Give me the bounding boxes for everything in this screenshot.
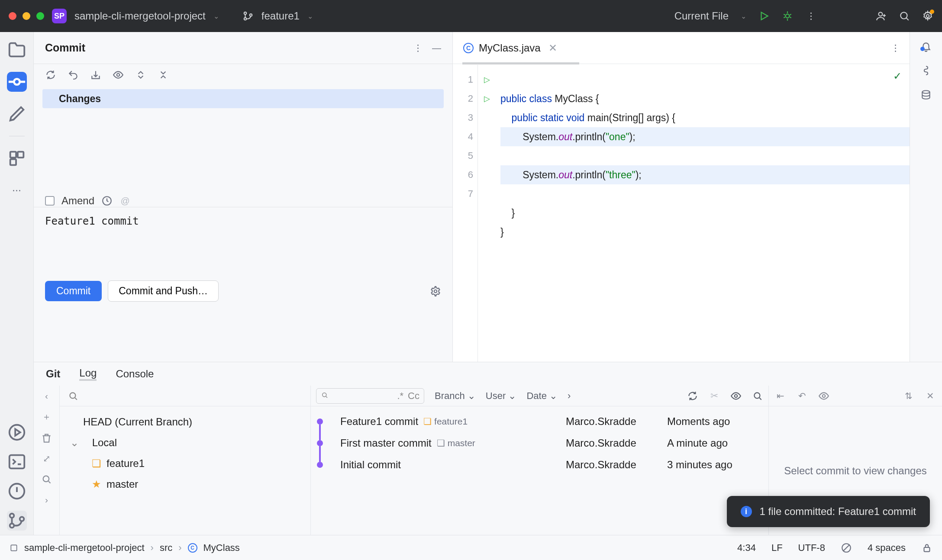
search-icon[interactable]: [752, 390, 763, 402]
window-controls: [9, 12, 44, 20]
rollback-icon[interactable]: [68, 69, 79, 80]
expand-icon[interactable]: ⇅: [903, 390, 914, 402]
project-name[interactable]: sample-cli-mergetool-project: [74, 10, 206, 22]
commit-settings-icon[interactable]: [430, 286, 441, 297]
forward-icon[interactable]: ›: [45, 495, 48, 505]
statusbar: sample-cli-mergetool-project › src › C M…: [0, 535, 942, 560]
breadcrumb-root[interactable]: sample-cli-mergetool-project: [24, 542, 145, 554]
class-file-icon: C: [188, 543, 197, 553]
fetch-icon[interactable]: ⤢: [43, 454, 51, 464]
readonly-icon[interactable]: [841, 542, 852, 554]
branch-filter[interactable]: Branch ⌄: [435, 390, 475, 402]
commit-row[interactable]: First master commit❏master Marco.Skradde…: [311, 432, 768, 454]
cherry-pick-icon[interactable]: ✂: [709, 390, 720, 402]
debug-icon[interactable]: [782, 10, 793, 22]
emoji-icon[interactable]: @: [119, 195, 131, 206]
chevron-down-icon[interactable]: ⌄: [307, 12, 313, 20]
minimize-window[interactable]: [23, 12, 30, 20]
commit-and-push-button[interactable]: Commit and Push…: [108, 280, 219, 302]
indent-info[interactable]: 4 spaces: [868, 542, 906, 554]
project-tool-icon[interactable]: [7, 40, 27, 60]
problems-tool-icon[interactable]: [7, 481, 27, 501]
branch-item[interactable]: ❏feature1: [70, 453, 300, 474]
file-encoding[interactable]: UTF-8: [798, 542, 825, 554]
run-icon[interactable]: [758, 10, 770, 22]
breadcrumb-src[interactable]: src: [160, 542, 172, 554]
eye-icon[interactable]: [730, 390, 742, 402]
structure-tool-icon[interactable]: [7, 148, 27, 168]
amend-checkbox[interactable]: [45, 196, 55, 206]
ai-icon[interactable]: [920, 65, 932, 76]
svg-point-25: [754, 393, 760, 398]
regex-toggle[interactable]: .*: [397, 390, 403, 402]
run-tool-icon[interactable]: [7, 422, 27, 442]
branch-name[interactable]: feature1: [261, 10, 300, 22]
compare-icon[interactable]: ⇤: [775, 390, 786, 402]
caret-position[interactable]: 4:34: [737, 542, 756, 554]
graph-node-icon: [317, 418, 323, 425]
refresh-icon[interactable]: [687, 390, 698, 402]
chevron-down-icon[interactable]: ⌄: [741, 12, 746, 20]
revert-icon[interactable]: ↶: [797, 390, 808, 402]
expand-icon[interactable]: [135, 69, 146, 80]
user-filter[interactable]: User ⌄: [486, 390, 516, 402]
search-icon[interactable]: [899, 10, 910, 22]
refresh-icon[interactable]: [45, 69, 56, 80]
find-icon[interactable]: [41, 473, 52, 485]
tab-console[interactable]: Console: [116, 368, 154, 380]
tab-git[interactable]: Git: [46, 368, 60, 380]
close-tab-icon[interactable]: ✕: [548, 42, 557, 54]
lock-icon[interactable]: [921, 542, 932, 554]
head-branch-label[interactable]: HEAD (Current Branch): [70, 412, 300, 432]
close-window[interactable]: [9, 12, 16, 20]
breadcrumb-file[interactable]: MyClass: [203, 542, 240, 554]
check-icon: ✓: [893, 70, 902, 82]
add-icon[interactable]: ＋: [42, 411, 51, 423]
commit-tool-icon[interactable]: [7, 72, 27, 92]
minimize-icon[interactable]: —: [432, 43, 441, 53]
history-icon[interactable]: [101, 195, 113, 206]
graph-node-icon: [317, 440, 323, 446]
tab-more-icon[interactable]: ⋮: [891, 43, 910, 53]
eye-icon[interactable]: [113, 69, 124, 80]
shelve-icon[interactable]: [90, 69, 101, 80]
branch-item[interactable]: ★master: [70, 474, 300, 495]
log-search-input[interactable]: .* Cc: [316, 388, 424, 404]
commit-button[interactable]: Commit: [45, 281, 102, 301]
vcs-tool-icon[interactable]: [7, 511, 27, 531]
back-icon[interactable]: ‹: [45, 391, 48, 401]
eye-icon[interactable]: [818, 390, 829, 402]
local-group[interactable]: ⌄ Local: [70, 432, 300, 453]
collaborate-icon[interactable]: [875, 10, 887, 22]
edit-tool-icon[interactable]: [7, 104, 27, 124]
commit-row[interactable]: Feature1 commit❏feature1 Marco.Skradde M…: [311, 411, 768, 432]
run-gutter[interactable]: ▷▷: [478, 64, 496, 362]
date-filter[interactable]: Date ⌄: [526, 390, 557, 402]
notification-toast[interactable]: i 1 file committed: Feature1 commit: [727, 496, 930, 527]
code-editor[interactable]: 1234567 ▷▷ public class MyClass { public…: [453, 64, 910, 362]
editor-tab[interactable]: C MyClass.java ✕: [453, 32, 568, 64]
zoom-window[interactable]: [36, 12, 44, 20]
commit-message-input[interactable]: Feature1 commit: [34, 207, 452, 280]
more-filters-icon[interactable]: ›: [568, 390, 571, 402]
settings-icon[interactable]: [922, 10, 933, 22]
more-icon[interactable]: ⋮: [805, 10, 816, 22]
line-separator[interactable]: LF: [771, 542, 783, 554]
svg-rect-12: [9, 455, 24, 469]
case-toggle[interactable]: Cc: [408, 390, 419, 402]
run-config-selector[interactable]: Current File: [674, 10, 729, 22]
commit-row[interactable]: Initial commit Marco.Skradde 3 minutes a…: [311, 454, 768, 476]
more-icon[interactable]: ⋮: [413, 43, 423, 53]
tab-log[interactable]: Log: [79, 367, 97, 381]
search-icon[interactable]: [68, 390, 79, 402]
more-tool-icon[interactable]: ⋯: [7, 180, 27, 200]
delete-icon[interactable]: [41, 432, 52, 444]
close-icon[interactable]: ✕: [925, 390, 936, 402]
database-icon[interactable]: [920, 89, 932, 100]
changes-node[interactable]: Changes: [42, 89, 444, 108]
chevron-down-icon[interactable]: ⌄: [213, 12, 219, 20]
collapse-icon[interactable]: [158, 69, 169, 80]
gutter: 1234567: [453, 64, 478, 362]
notifications-icon[interactable]: [920, 41, 932, 52]
terminal-tool-icon[interactable]: [7, 452, 27, 472]
